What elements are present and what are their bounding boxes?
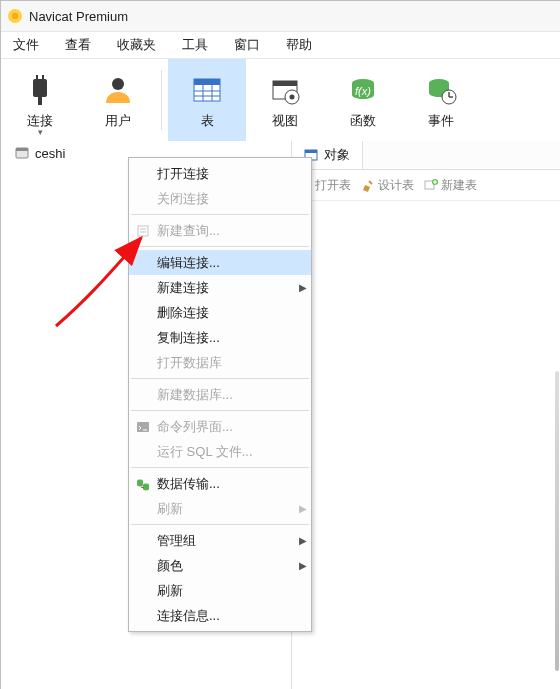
context-menu-item-label: 复制连接... (157, 329, 295, 347)
context-menu-item-label: 编辑连接... (157, 254, 295, 272)
submenu-arrow-icon: ▶ (295, 282, 311, 293)
context-menu-item-label: 运行 SQL 文件... (157, 443, 295, 461)
context-menu-item-label: 打开连接 (157, 165, 295, 183)
context-menu-item-label: 刷新 (157, 500, 295, 518)
query-icon (129, 224, 157, 238)
view-icon (268, 70, 302, 110)
content-tabs: 对象 (292, 141, 560, 170)
chevron-down-icon: ▾ (38, 127, 43, 137)
svg-rect-24 (16, 148, 28, 151)
context-menu-separator (131, 524, 309, 525)
menu-tools[interactable]: 工具 (172, 34, 224, 56)
connection-tree-item-label: ceshi (35, 146, 65, 161)
event-icon (424, 70, 458, 110)
svg-point-16 (290, 95, 295, 100)
titlebar: Navicat Premium (1, 1, 560, 32)
context-menu-item-label: 连接信息... (157, 607, 295, 625)
context-menu-item[interactable]: 刷新 (129, 578, 311, 603)
menubar: 文件 查看 收藏夹 工具 窗口 帮助 (1, 32, 560, 59)
toolbar-user-label: 用户 (105, 112, 131, 130)
action-open-table-label: 打开表 (315, 177, 351, 194)
svg-text:f(x): f(x) (355, 85, 371, 97)
context-menu-item: 打开数据库 (129, 350, 311, 375)
main-toolbar: 连接 ▾ 用户 表 视图 f(x) (1, 59, 560, 142)
svg-rect-31 (138, 226, 148, 236)
svg-rect-3 (36, 75, 38, 81)
toolbar-separator (161, 70, 162, 130)
new-table-icon (424, 178, 438, 192)
menu-fav[interactable]: 收藏夹 (107, 34, 172, 56)
transfer-icon (129, 477, 157, 491)
context-menu[interactable]: 打开连接关闭连接新建查询...编辑连接...新建连接▶删除连接复制连接...打开… (128, 157, 312, 632)
context-menu-item: 新建查询... (129, 218, 311, 243)
context-menu-item-label: 删除连接 (157, 304, 295, 322)
context-menu-item[interactable]: 连接信息... (129, 603, 311, 628)
app-logo-icon (7, 8, 23, 24)
context-menu-item[interactable]: 删除连接 (129, 300, 311, 325)
toolbar-event-label: 事件 (428, 112, 454, 130)
context-menu-separator (131, 214, 309, 215)
toolbar-function-label: 函数 (350, 112, 376, 130)
context-menu-separator (131, 246, 309, 247)
context-menu-item-label: 打开数据库 (157, 354, 295, 372)
svg-rect-8 (194, 79, 220, 85)
table-icon (190, 70, 224, 110)
connection-icon (15, 146, 29, 160)
submenu-arrow-icon: ▶ (295, 503, 311, 514)
object-actions-bar: 打开表 设计表 新建表 (292, 170, 560, 201)
toolbar-user-button[interactable]: 用户 (79, 59, 157, 141)
context-menu-separator (131, 410, 309, 411)
toolbar-table-button[interactable]: 表 (168, 59, 246, 141)
svg-point-1 (12, 13, 18, 19)
toolbar-function-button[interactable]: f(x) 函数 (324, 59, 402, 141)
toolbar-view-button[interactable]: 视图 (246, 59, 324, 141)
context-menu-item-label: 刷新 (157, 582, 295, 600)
menu-window[interactable]: 窗口 (224, 34, 276, 56)
action-new-table-label: 新建表 (441, 177, 477, 194)
context-menu-item-label: 数据传输... (157, 475, 295, 493)
svg-point-6 (112, 78, 124, 90)
toolbar-connection-button[interactable]: 连接 ▾ (1, 59, 79, 141)
user-icon (101, 70, 135, 110)
context-menu-item[interactable]: 编辑连接... (129, 250, 311, 275)
menu-view[interactable]: 查看 (55, 34, 107, 56)
context-menu-item[interactable]: 复制连接... (129, 325, 311, 350)
context-menu-item[interactable]: 颜色▶ (129, 553, 311, 578)
context-menu-item: 命令列界面... (129, 414, 311, 439)
svg-rect-5 (38, 97, 42, 105)
context-menu-item[interactable]: 数据传输... (129, 471, 311, 496)
svg-rect-4 (42, 75, 44, 81)
app-window: Navicat Premium 文件 查看 收藏夹 工具 窗口 帮助 连接 ▾ … (0, 0, 560, 689)
context-menu-item: 关闭连接 (129, 186, 311, 211)
action-design-table[interactable]: 设计表 (361, 177, 414, 194)
context-menu-item-label: 管理组 (157, 532, 295, 550)
context-menu-item-label: 新建数据库... (157, 386, 295, 404)
svg-rect-14 (273, 81, 297, 86)
scrollbar[interactable] (555, 371, 559, 671)
action-new-table[interactable]: 新建表 (424, 177, 477, 194)
toolbar-event-button[interactable]: 事件 (402, 59, 480, 141)
context-menu-item[interactable]: 新建连接▶ (129, 275, 311, 300)
context-menu-item[interactable]: 打开连接 (129, 161, 311, 186)
menu-help[interactable]: 帮助 (276, 34, 328, 56)
app-title: Navicat Premium (29, 9, 128, 24)
context-menu-item-label: 新建查询... (157, 222, 295, 240)
submenu-arrow-icon: ▶ (295, 535, 311, 546)
context-menu-item[interactable]: 管理组▶ (129, 528, 311, 553)
submenu-arrow-icon: ▶ (295, 560, 311, 571)
context-menu-item: 运行 SQL 文件... (129, 439, 311, 464)
toolbar-table-label: 表 (201, 112, 214, 130)
action-design-table-label: 设计表 (378, 177, 414, 194)
context-menu-item-label: 关闭连接 (157, 190, 295, 208)
svg-rect-2 (33, 79, 47, 97)
context-menu-item: 新建数据库... (129, 382, 311, 407)
function-icon: f(x) (346, 70, 380, 110)
menu-file[interactable]: 文件 (3, 34, 55, 56)
context-menu-item: 刷新▶ (129, 496, 311, 521)
context-menu-item-label: 颜色 (157, 557, 295, 575)
content-pane: 对象 打开表 设计表 新建表 (292, 141, 560, 689)
cli-icon (129, 420, 157, 434)
svg-rect-26 (305, 150, 317, 153)
context-menu-separator (131, 467, 309, 468)
toolbar-view-label: 视图 (272, 112, 298, 130)
